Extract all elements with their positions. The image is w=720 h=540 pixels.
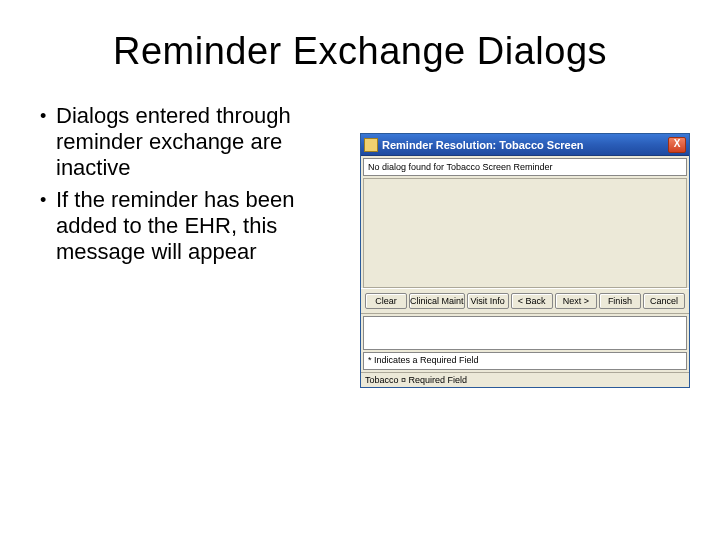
required-field-note: * Indicates a Required Field — [363, 352, 687, 370]
bullet-dot-icon: • — [40, 103, 56, 181]
bullet-text: If the reminder has been added to the EH… — [56, 187, 350, 265]
dialog-status-bar: Tobacco ¤ Required Field — [361, 372, 689, 387]
clinical-maint-button[interactable]: Clinical Maint — [409, 293, 465, 309]
dialog-content-panel — [363, 178, 687, 288]
bullet-dot-icon: • — [40, 187, 56, 265]
dialog-message: No dialog found for Tobacco Screen Remin… — [363, 158, 687, 176]
close-button[interactable]: X — [668, 137, 686, 153]
finish-button[interactable]: Finish — [599, 293, 641, 309]
bullet-item: • Dialogs entered through reminder excha… — [40, 103, 350, 181]
dialog-button-row: Clear Clinical Maint Visit Info < Back N… — [361, 288, 689, 314]
back-button[interactable]: < Back — [511, 293, 553, 309]
next-button[interactable]: Next > — [555, 293, 597, 309]
dialog-title-text: Reminder Resolution: Tobacco Screen — [382, 139, 668, 151]
dialog-window: Reminder Resolution: Tobacco Screen X No… — [360, 133, 690, 388]
dialog-lower-panel — [363, 316, 687, 350]
clear-button[interactable]: Clear — [365, 293, 407, 309]
dialog-app-icon — [364, 138, 378, 152]
bullet-item: • If the reminder has been added to the … — [40, 187, 350, 265]
slide-title: Reminder Exchange Dialogs — [40, 30, 680, 73]
bullet-list: • Dialogs entered through reminder excha… — [40, 103, 360, 388]
visit-info-button[interactable]: Visit Info — [467, 293, 509, 309]
cancel-button[interactable]: Cancel — [643, 293, 685, 309]
bullet-text: Dialogs entered through reminder exchang… — [56, 103, 350, 181]
dialog-titlebar[interactable]: Reminder Resolution: Tobacco Screen X — [361, 134, 689, 156]
